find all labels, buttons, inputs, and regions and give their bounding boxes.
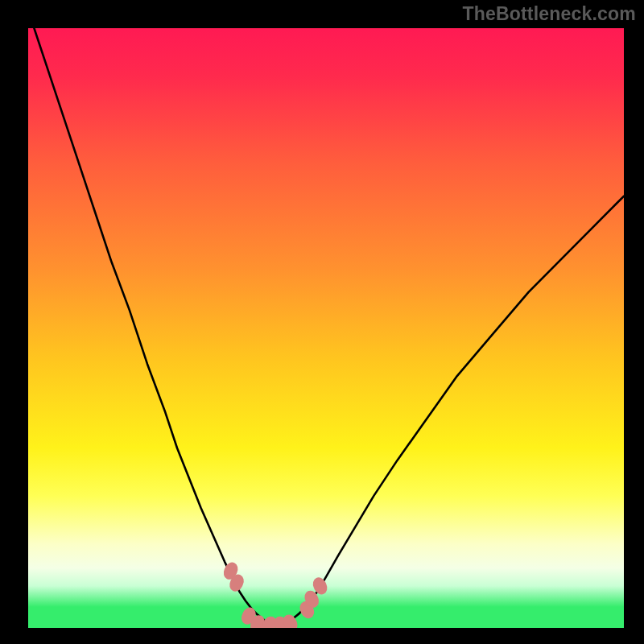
watermark-text: TheBottleneck.com [462,3,636,25]
chart-frame: TheBottleneck.com [0,0,644,644]
gradient-background [28,28,624,628]
bottleneck-curve-chart [28,28,624,628]
plot-area [28,28,624,628]
